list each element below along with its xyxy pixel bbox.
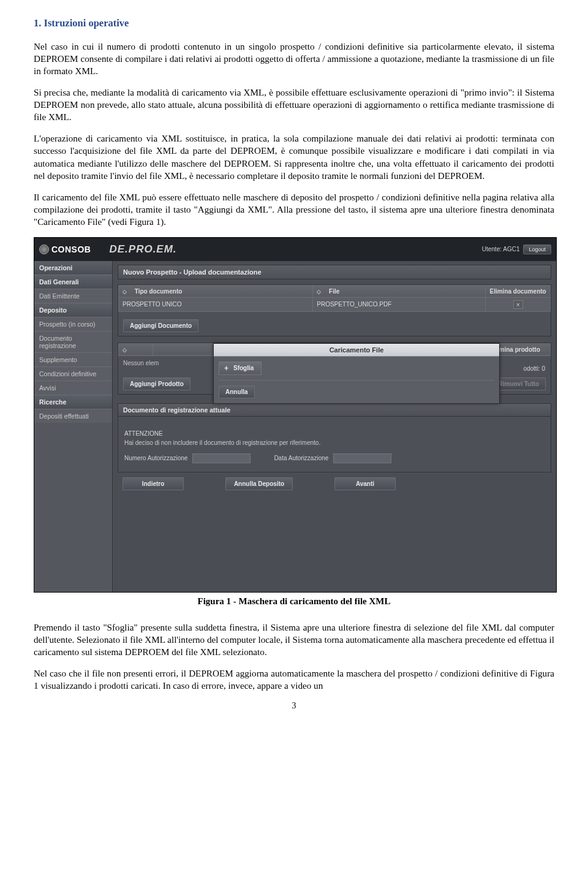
sidebar-doc-registrazione[interactable]: Documento registrazione <box>34 331 112 352</box>
modal-title: Caricamento File <box>214 344 499 357</box>
aggiungi-documento-button[interactable]: Aggiungi Documento <box>123 319 198 332</box>
sidebar-supplemento[interactable]: Supplemento <box>34 352 112 366</box>
section-heading: 1. Istruzioni operative <box>34 17 554 29</box>
avanti-button[interactable]: Avanti <box>334 477 396 490</box>
sidebar-avvisi[interactable]: Avvisi <box>34 381 112 395</box>
registration-box: Documento di registrazione attuale ATTEN… <box>118 403 551 472</box>
cell-file: PROSPETTO_UNICO.PDF <box>313 297 486 311</box>
attention-note: Hai deciso di non includere il documento… <box>124 439 545 446</box>
sidebar-condizioni-definitive[interactable]: Condizioni definitive <box>34 366 112 381</box>
col-elimina-documento: Elimina documento <box>486 285 551 297</box>
caricamento-file-modal: Caricamento File + Sfoglia Annulla <box>213 343 500 404</box>
products-count: odotti: 0 <box>523 365 545 372</box>
app-header: CONSOB DE.PRO.EM. Utente: AGC1 Logout <box>34 238 556 261</box>
attention-label: ATTENZIONE <box>124 430 545 437</box>
user-value: AGC1 <box>503 246 519 252</box>
col-file-label: File <box>329 288 339 295</box>
indietro-button[interactable]: Indietro <box>123 477 184 490</box>
data-autorizzazione-label: Data Autorizzazione <box>274 455 328 461</box>
sidebar-operazioni: Operazioni <box>34 261 112 275</box>
plus-icon: + <box>224 364 228 373</box>
logo-text: CONSOB <box>51 245 91 254</box>
sidebar-dati-emittente[interactable]: Dati Emittente <box>34 289 112 303</box>
logout-button[interactable]: Logout <box>523 245 551 254</box>
figure-caption: Figura 1 - Maschera di caricamento del f… <box>34 596 554 607</box>
data-autorizzazione-field[interactable] <box>333 453 391 463</box>
aggiungi-prodotto-button[interactable]: Aggiungi Prodotto <box>123 377 190 390</box>
sidebar: Operazioni Dati Generali Dati Emittente … <box>34 261 113 592</box>
sfoglia-label: Sfoglia <box>233 365 254 371</box>
app-title: DE.PRO.EM. <box>109 243 176 256</box>
sfoglia-button[interactable]: + Sfoglia <box>219 362 262 375</box>
documents-table: ◇ Tipo documento ◇ File Elimina document… <box>118 285 551 312</box>
sidebar-dati-generali[interactable]: Dati Generali <box>34 275 112 289</box>
sidebar-prospetto[interactable]: Prospetto (in corso) <box>34 317 112 331</box>
paragraph-5: Premendo il tasto "Sfoglia" presente sul… <box>34 621 554 658</box>
table-row: PROSPETTO UNICO PROSPETTO_UNICO.PDF × <box>119 297 551 311</box>
sidebar-depositi-effettuati[interactable]: Depositi effettuati <box>34 409 112 423</box>
app-screenshot: CONSOB DE.PRO.EM. Utente: AGC1 Logout Op… <box>34 237 557 593</box>
col-tipo-documento[interactable]: ◇ Tipo documento <box>119 285 313 297</box>
annulla-deposito-button[interactable]: Annulla Deposito <box>225 477 293 490</box>
paragraph-3: L'operazione di caricamento via XML sost… <box>34 132 554 181</box>
user-label: Utente: <box>482 246 502 252</box>
user-info: Utente: AGC1 <box>482 246 520 252</box>
sort-icon[interactable]: ◇ <box>317 289 321 295</box>
registration-title: Documento di registrazione attuale <box>118 404 551 417</box>
cell-tipo: PROSPETTO UNICO <box>119 297 313 311</box>
paragraph-2: Si precisa che, mediante la modalità di … <box>34 86 554 123</box>
paragraph-1: Nel caso in cui il numero di prodotti co… <box>34 40 554 77</box>
sidebar-ricerche[interactable]: Ricerche <box>34 395 112 409</box>
bottom-bar: Indietro Annulla Deposito Avanti <box>118 472 551 495</box>
delete-document-button[interactable]: × <box>513 300 523 309</box>
panel-title: Nuovo Prospetto - Upload documentazione <box>118 265 551 279</box>
col-file[interactable]: ◇ File <box>313 285 486 297</box>
consob-logo: CONSOB <box>39 245 91 254</box>
main-panel: Nuovo Prospetto - Upload documentazione … <box>113 261 556 592</box>
documents-box: ◇ Tipo documento ◇ File Elimina document… <box>118 284 551 336</box>
modal-annulla-button[interactable]: Annulla <box>219 385 255 398</box>
page-number: 3 <box>34 701 554 711</box>
sidebar-deposito[interactable]: Deposito <box>34 303 112 317</box>
sort-icon[interactable]: ◇ <box>123 289 127 295</box>
col-tipo-label: Tipo documento <box>135 288 183 295</box>
paragraph-6: Nel caso che il file non presenti errori… <box>34 667 554 692</box>
emblem-icon <box>39 245 49 254</box>
paragraph-4: Il caricamento del file XML può essere e… <box>34 191 554 228</box>
num-autorizzazione-label: Numero Autorizzazione <box>124 455 187 461</box>
num-autorizzazione-field[interactable] <box>192 453 251 463</box>
sort-icon[interactable]: ◇ <box>123 347 127 353</box>
